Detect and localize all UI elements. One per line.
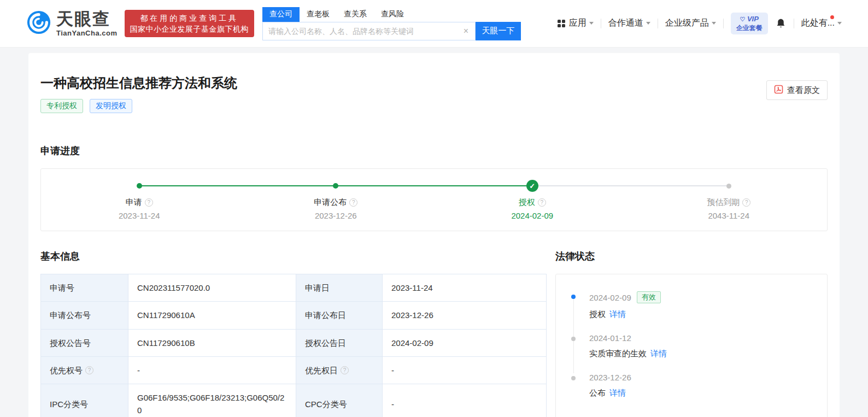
legal-item: 2024-01-12 实质审查的生效详情 — [571, 333, 816, 359]
nav-enterprise-label: 企业级产品 — [665, 17, 709, 29]
field-value: - — [383, 356, 547, 384]
timeline-dot-active — [571, 295, 576, 299]
clear-icon[interactable]: × — [462, 26, 470, 36]
field-label: 申请公布号 — [41, 302, 128, 329]
user-menu-label: 此处有... — [801, 17, 835, 29]
patent-title: 一种高校招生信息推荐方法和系统 — [40, 74, 237, 92]
tag-patent-granted: 专利授权 — [40, 99, 83, 113]
field-label: 申请号 — [41, 274, 128, 302]
progress-heading: 申请进度 — [40, 144, 828, 157]
progress-step-apply: 申请? 2023-11-24 — [41, 180, 238, 220]
top-header: 天眼查 TianYanCha.com 都在用的商业查询工具 国家中小企业发展子基… — [0, 0, 868, 48]
legal-event: 实质审查的生效 — [589, 349, 647, 358]
chevron-down-icon — [712, 22, 716, 27]
step-label: 申请 — [126, 197, 142, 208]
progress-step-expiry: 预估到期? 2043-11-24 — [631, 180, 828, 220]
help-icon[interactable]: ? — [349, 198, 357, 207]
help-icon[interactable]: ? — [341, 366, 349, 374]
chevron-down-icon — [589, 22, 594, 27]
detail-link[interactable]: 详情 — [650, 349, 667, 358]
nav-apps[interactable]: 应用 — [558, 17, 594, 29]
tab-search-risk[interactable]: 查风险 — [374, 7, 411, 22]
search-button[interactable]: 天眼一下 — [476, 22, 521, 40]
step-label: 预估到期 — [707, 197, 740, 208]
status-badge-valid: 有效 — [637, 291, 661, 303]
field-label: 授权公告日 — [296, 329, 383, 356]
notification-bell-icon[interactable] — [775, 17, 787, 29]
field-value: - — [128, 356, 296, 384]
pdf-icon — [774, 85, 783, 96]
apps-grid-icon — [558, 20, 565, 27]
divider — [601, 19, 601, 28]
progress-step-granted: ✓ 授权? 2024-02-09 — [434, 180, 631, 220]
help-icon[interactable]: ? — [85, 366, 93, 374]
progress-step-publication: 申请公布? 2023-12-26 — [238, 180, 435, 220]
progress-dot-done — [333, 183, 338, 189]
step-date: 2023-12-26 — [238, 211, 435, 220]
field-value: 2024-02-09 — [383, 329, 547, 356]
heart-icon: ♡ — [740, 16, 745, 22]
nav-partner-channel[interactable]: 合作通道 — [608, 17, 650, 29]
divider — [794, 19, 794, 28]
field-label: 优先权日? — [296, 356, 383, 384]
basic-info-heading: 基本信息 — [40, 250, 546, 263]
field-label: CPC分类号 — [296, 384, 383, 417]
field-label: 优先权号? — [41, 356, 128, 384]
top-nav: 应用 合作通道 企业级产品 ♡ VIP 企业套餐 此处有... — [558, 13, 842, 34]
step-label: 申请公布 — [314, 197, 347, 208]
tag-invention-granted: 发明授权 — [90, 99, 132, 113]
search-tabs: 查公司 查老板 查关系 查风险 — [262, 7, 521, 22]
search-input[interactable] — [268, 27, 462, 36]
progress-card: 申请? 2023-11-24 申请公布? 2023-12-26 ✓ 授权? 20… — [40, 168, 828, 231]
legal-status-card: 2024-02-09 有效 授权详情 2024-01-12 实质审查的生效详情 — [555, 274, 828, 417]
chevron-down-icon — [837, 22, 842, 27]
nav-enterprise-products[interactable]: 企业级产品 — [665, 17, 716, 29]
field-value: G06F16/9535;G06F18/23213;G06Q50/20 — [128, 384, 296, 417]
progress-dot-done — [137, 183, 142, 189]
field-value: 2023-12-26 — [383, 302, 547, 329]
tab-search-relation[interactable]: 查关系 — [337, 7, 374, 22]
tianyancha-logo[interactable]: 天眼查 TianYanCha.com — [26, 10, 118, 37]
slogan-banner: 都在用的商业查询工具 国家中小企业发展子基金旗下机构 — [125, 10, 255, 38]
timeline-dot — [571, 337, 576, 341]
nav-partner-label: 合作通道 — [608, 17, 643, 29]
tianyancha-logo-icon — [26, 10, 51, 37]
legal-timeline: 2024-02-09 有效 授权详情 2024-01-12 实质审查的生效详情 — [571, 291, 816, 398]
nav-user-menu[interactable]: 此处有... — [801, 17, 842, 29]
field-label: 申请公布日 — [296, 302, 383, 329]
step-label: 授权 — [519, 197, 535, 208]
table-row: 申请公布号 CN117290610A 申请公布日 2023-12-26 — [41, 302, 547, 329]
help-icon[interactable]: ? — [538, 198, 546, 207]
main-panel: 一种高校招生信息推荐方法和系统 专利授权 发明授权 查看原文 申请进度 — [28, 53, 840, 417]
legal-date: 2024-02-09 — [589, 293, 631, 302]
brand-name: 天眼查 — [56, 10, 118, 27]
table-row: IPC分类号 G06F16/9535;G06F18/23213;G06Q50/2… — [41, 384, 547, 417]
search-box: × — [262, 22, 476, 40]
step-date: 2024-02-09 — [434, 211, 631, 220]
basic-info-table: 申请号 CN202311577020.0 申请日 2023-11-24 申请公布… — [40, 274, 547, 417]
vip-package-button[interactable]: ♡ VIP 企业套餐 — [731, 13, 768, 34]
progress-check-icon: ✓ — [526, 180, 538, 192]
detail-link[interactable]: 详情 — [609, 388, 626, 397]
tab-search-company[interactable]: 查公司 — [262, 7, 300, 22]
help-icon[interactable]: ? — [145, 198, 153, 207]
tab-search-boss[interactable]: 查老板 — [300, 7, 337, 22]
table-row: 申请号 CN202311577020.0 申请日 2023-11-24 — [41, 274, 547, 302]
legal-date: 2023-12-26 — [589, 373, 631, 382]
detail-link[interactable]: 详情 — [609, 309, 626, 319]
divider — [658, 19, 658, 28]
field-label: 授权公告号 — [41, 329, 128, 356]
field-label: 申请日 — [296, 274, 383, 302]
field-label-text: 优先权日 — [305, 364, 338, 377]
divider — [723, 19, 724, 28]
view-original-button[interactable]: 查看原文 — [766, 80, 828, 100]
step-date: 2023-11-24 — [41, 211, 238, 220]
legal-status-heading: 法律状态 — [555, 250, 828, 263]
field-value: CN117290610A — [128, 302, 296, 329]
field-label-text: 优先权号 — [50, 364, 83, 377]
step-date: 2043-11-24 — [631, 211, 828, 220]
brand-domain: TianYanCha.com — [56, 29, 118, 37]
field-value: 2023-11-24 — [383, 274, 547, 302]
help-icon[interactable]: ? — [742, 198, 750, 207]
legal-item: 2024-02-09 有效 授权详情 — [571, 291, 816, 320]
